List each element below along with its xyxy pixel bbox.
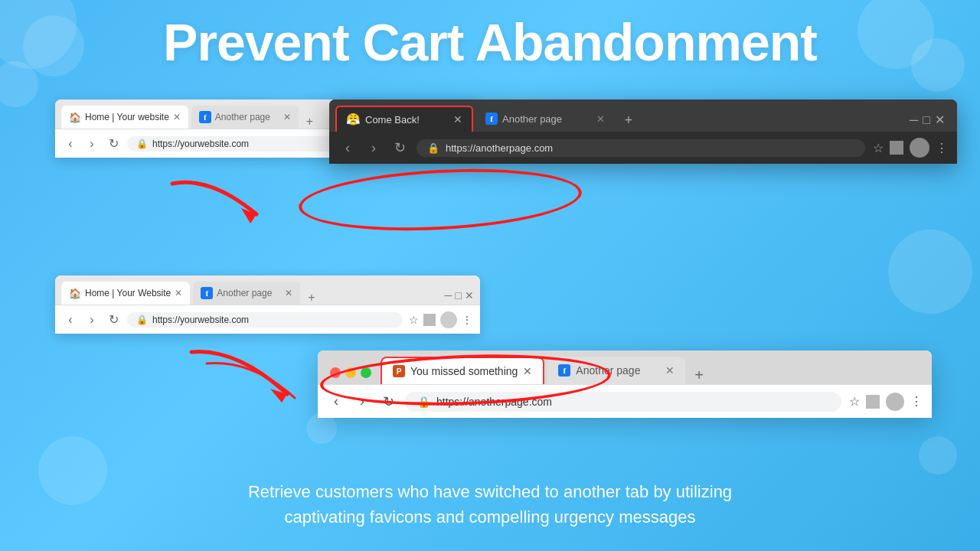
close-another-dark-icon[interactable]: ✕ [596,113,605,125]
url-input-bottom[interactable]: 🔒 https://yourwebsite.com [127,312,403,328]
address-bar-small-bottom: ‹ › ↻ 🔒 https://yourwebsite.com ☆ ⋮ [55,305,480,334]
tab-home-small-bottom[interactable]: 🏠 Home | Your Website ✕ [61,282,190,305]
tab-another-dark-label: Another page [502,113,562,125]
back-bottom-button[interactable]: ‹ [63,313,78,327]
tab-missed-bottom[interactable]: P You missed something ✕ [381,357,544,384]
bottom-large-browser: P You missed something ✕ f Another page … [318,350,932,418]
close-large-another-icon[interactable]: ✕ [665,364,675,377]
url-input-dark[interactable]: 🔒 https://anotherpage.com [416,139,865,157]
close-tab-bottom-icon[interactable]: ✕ [175,288,182,298]
tab-another-small-top[interactable]: f Another page ✕ [191,106,299,129]
lock-large-icon: 🔒 [417,396,430,408]
address-bar-dark: ‹ › ↻ 🔒 https://anotherpage.com ☆ ⋮ [329,132,957,164]
description-text: Retrieve customers who have switched to … [0,479,980,530]
favicon-emoji-icon: 😤 [346,112,361,126]
tab-another-small-bottom[interactable]: f Another page ✕ [193,282,300,305]
back-large-button[interactable]: ‹ [327,393,345,409]
close-missed-tab-icon[interactable]: ✕ [523,365,532,377]
star-large-icon[interactable]: ☆ [849,394,860,409]
close-tab2-bottom-icon[interactable]: ✕ [285,288,292,298]
description-line2: captivating favicons and compelling urge… [285,507,696,527]
add-tab-button[interactable]: + [302,115,318,129]
favicon-fb-bottom-icon: f [201,287,213,299]
lock-bottom-icon: 🔒 [136,315,148,325]
minimize-dark-icon[interactable]: ─ [910,113,918,127]
add-tab-dark-button[interactable]: + [617,109,640,132]
add-tab-large-button[interactable]: + [688,367,710,384]
minimize-bottom-icon[interactable]: ─ [445,289,452,302]
red-arrow-bottom [168,344,314,416]
window-controls-dark: ─ □ ✕ [910,112,951,132]
close-window-bottom-icon[interactable]: ✕ [465,289,474,302]
reload-bottom-button[interactable]: ↻ [106,312,121,327]
forward-large-button[interactable]: › [353,393,371,409]
reload-large-button[interactable]: ↻ [379,393,397,410]
address-bar-large-bottom: ‹ › ↻ 🔒 https://anotherpage.com ☆ ⋮ [318,384,932,418]
macos-minimize-btn[interactable] [345,367,356,378]
tab-missed-label: You missed something [410,365,518,377]
red-arrow-top [149,168,287,240]
avatar-bottom [440,311,457,328]
toolbar-right-bottom: ☆ ⋮ [409,311,472,328]
maximize-bottom-icon[interactable]: □ [456,289,462,302]
avatar-large [886,393,904,411]
reload-dark-button[interactable]: ↻ [390,139,409,156]
profile-dark-avatar [910,138,929,158]
favicon-fb-dark-icon: f [485,112,498,125]
bottom-small-browser: 🏠 Home | Your Website ✕ f Another page ✕… [55,276,480,334]
star-bottom-icon[interactable]: ☆ [409,314,419,326]
maximize-dark-icon[interactable]: □ [923,113,930,127]
tab-another-large-bottom[interactable]: f Another page ✕ [547,357,685,384]
lock-icon: 🔒 [136,139,148,149]
tab-comeback-label: Come Back! [365,114,420,126]
favicon-house-bottom-icon: 🏠 [69,287,81,299]
menu-large-icon[interactable]: ⋮ [910,394,923,409]
extensions-dark-icon [890,141,903,155]
reload-button[interactable]: ↻ [106,136,121,151]
window-controls-bottom-small: ─ □ ✕ [445,289,474,305]
back-dark-button[interactable]: ‹ [338,140,357,156]
favicon-fb-large-icon: f [558,364,570,377]
macos-maximize-btn[interactable] [361,367,371,378]
favicon-fb-icon: f [199,111,211,123]
description-line1: Retrieve customers who have switched to … [248,482,732,501]
ext-bottom-icon [423,314,436,326]
forward-dark-button[interactable]: › [364,140,383,156]
close-tab2-icon[interactable]: ✕ [283,112,291,122]
tab-home-bottom-label: Home | Your Website [85,288,171,298]
close-comeback-tab-icon[interactable]: ✕ [453,113,462,126]
tab-another-dark[interactable]: f Another page ✕ [476,106,614,132]
favicon-ppt-icon: P [393,365,405,377]
forward-bottom-button[interactable]: › [84,313,100,327]
forward-button[interactable]: › [84,137,100,151]
tab-another-label: Another page [215,112,270,122]
top-dark-browser: 😤 Come Back! ✕ f Another page ✕ + ─ □ ✕ … [329,99,957,164]
url-bottom-text: https://yourwebsite.com [152,315,249,325]
tab-comeback-dark[interactable]: 😤 Come Back! ✕ [335,106,473,132]
toolbar-right-dark: ☆ ⋮ [873,138,948,158]
menu-bottom-icon[interactable]: ⋮ [462,314,472,326]
star-dark-icon[interactable]: ☆ [873,141,884,155]
menu-dark-icon[interactable]: ⋮ [936,141,948,155]
highlight-oval-top [297,162,583,236]
url-dark-text: https://anotherpage.com [446,142,553,154]
tab-another-bottom-label: Another page [217,288,272,298]
page-title: Prevent Cart Abandonment [0,0,980,71]
add-tab-bottom-button[interactable]: + [303,291,319,305]
toolbar-right-large: ☆ ⋮ [849,393,923,411]
tab-home-small-top[interactable]: 🏠 Home | Your website ✕ [61,106,188,129]
tab-another-large-label: Another page [576,364,640,377]
tab-home-label: Home | Your website [85,112,169,122]
url-text: https://yourwebsite.com [152,139,249,149]
favicon-house-icon: 🏠 [69,111,81,123]
lock-dark-icon: 🔒 [427,142,439,154]
url-large-text: https://anotherpage.com [436,396,552,408]
macos-close-btn[interactable] [330,367,341,378]
url-input-large[interactable]: 🔒 https://anotherpage.com [405,392,841,412]
back-button[interactable]: ‹ [63,137,78,151]
close-tab-icon[interactable]: ✕ [173,112,181,122]
ext-large-icon [866,395,880,409]
close-window-dark-icon[interactable]: ✕ [935,112,945,127]
